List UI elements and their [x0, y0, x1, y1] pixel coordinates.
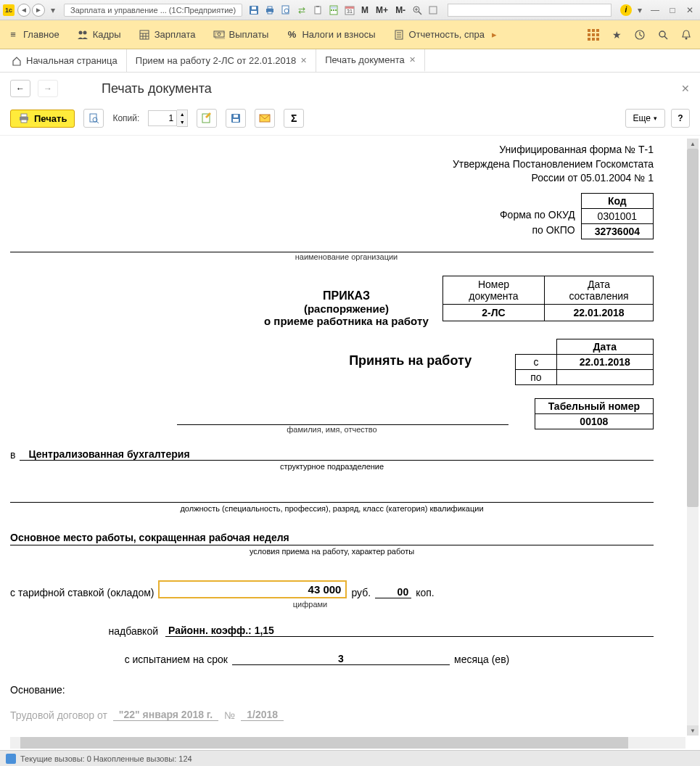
search-input[interactable]	[448, 4, 612, 17]
info-dropdown[interactable]: ▾	[635, 5, 645, 15]
clipboard-icon[interactable]	[312, 4, 324, 16]
history-dropdown[interactable]: ▾	[48, 5, 58, 15]
save-icon[interactable]	[248, 4, 260, 16]
docnum-header: Номер документа	[443, 276, 545, 304]
horizontal-scrollbar[interactable]	[10, 737, 685, 749]
more-button[interactable]: Еще ▾	[625, 109, 665, 128]
page-forward-button[interactable]: →	[38, 80, 58, 97]
svg-rect-43	[21, 120, 27, 123]
svg-line-39	[664, 36, 667, 39]
tab-close-icon[interactable]: ✕	[409, 55, 416, 65]
dept-value: Централизованная бухгалтерия	[20, 448, 654, 461]
tab-home[interactable]: Начальная страница	[3, 49, 127, 72]
document-viewport[interactable]: Унифицированная форма № Т-1 Утверждена П…	[0, 136, 700, 750]
calendar-icon[interactable]: 31	[344, 4, 355, 16]
contract-num: 1/2018	[241, 709, 284, 721]
work-conditions: Основное место работы, сокращенная рабоч…	[10, 532, 654, 545]
nav-back-button[interactable]: ◄	[17, 4, 30, 17]
salary-kop-label: коп.	[416, 587, 435, 598]
position-row	[10, 490, 654, 503]
print-icon[interactable]	[264, 4, 276, 16]
toolbar-hr[interactable]: Кадры	[77, 29, 121, 41]
hscroll-thumb[interactable]	[20, 737, 628, 749]
probation-row: с испытанием на срок 3 месяца (ев)	[10, 653, 654, 665]
link-icon[interactable]	[427, 4, 439, 16]
redacted-text	[39, 490, 104, 501]
scroll-up-arrow[interactable]: ▲	[687, 139, 699, 149]
toolbar-salary[interactable]: Зарплата	[139, 29, 196, 41]
memory-mminus-button[interactable]: M-	[394, 5, 407, 15]
svg-rect-13	[333, 9, 334, 11]
svg-rect-42	[21, 114, 27, 117]
print-button[interactable]: Печать	[10, 110, 75, 128]
work-cond-hint: условия приема на работу, характер работ…	[10, 547, 654, 556]
history-icon[interactable]	[633, 28, 646, 41]
tab-print-doc[interactable]: Печать документа ✕	[316, 49, 425, 72]
copies-input[interactable]	[148, 110, 177, 126]
toolbar-reports[interactable]: Отчетность, спра ▸	[393, 29, 497, 41]
dept-hint: структурное подразделение	[10, 462, 654, 471]
toolbar-label: Налоги и взносы	[302, 29, 375, 40]
minimize-button[interactable]: —	[648, 4, 662, 16]
scroll-down-arrow[interactable]: ▼	[687, 725, 699, 736]
chevron-right-icon: ▸	[492, 29, 497, 40]
scroll-thumb[interactable]	[687, 149, 699, 507]
allowance-row: надбавкой Районн. коэфф.: 1,15	[10, 625, 654, 637]
tab-bar: Начальная страница Прием на работу 2-ЛС …	[0, 49, 700, 73]
status-bar: Текущие вызовы: 0 Накопленные вызовы: 12…	[0, 750, 700, 766]
info-icon[interactable]: i	[620, 4, 632, 16]
toolbar-label: Выплаты	[229, 29, 269, 40]
close-button[interactable]: ✕	[683, 4, 697, 16]
star-icon[interactable]: ★	[610, 28, 623, 41]
salary-rub: руб.	[351, 587, 371, 598]
page-content: ← → Печать документа ✕ Печать Копий: ▲ ▼…	[0, 73, 700, 750]
search-icon[interactable]	[656, 28, 670, 41]
toolbar-main[interactable]: ≡ Главное	[7, 29, 59, 41]
date-from: 22.01.2018	[556, 354, 653, 369]
docdate-value: 22.01.2018	[545, 304, 654, 321]
page-back-button[interactable]: ←	[10, 80, 30, 97]
doc-meta-table: Номер документа Дата составления 2-ЛС 22…	[442, 276, 654, 321]
page-title: Печать документа	[102, 81, 212, 96]
preview-icon[interactable]	[280, 4, 292, 16]
preview-button[interactable]	[83, 109, 104, 128]
toolbar-label: Кадры	[93, 29, 121, 40]
calculator-icon[interactable]	[328, 4, 339, 16]
salary-hint: цифрами	[213, 600, 407, 609]
maximize-button[interactable]: □	[665, 4, 680, 16]
svg-point-24	[83, 30, 86, 34]
calc-icon	[139, 29, 150, 41]
vertical-scrollbar[interactable]: ▲ ▼	[687, 139, 699, 736]
apps-icon[interactable]	[587, 28, 600, 41]
form-header: Унифицированная форма № Т-1 Утверждена П…	[10, 139, 683, 193]
fio-row	[10, 411, 552, 425]
bell-icon[interactable]	[680, 28, 693, 41]
form-approved: Утверждена Постановлением Госкомстата	[10, 157, 654, 172]
sum-button[interactable]: Σ	[284, 109, 304, 128]
tab-close-icon[interactable]: ✕	[300, 56, 307, 65]
money-icon	[213, 29, 225, 41]
toolbar-taxes[interactable]: % Налоги и взносы	[286, 29, 375, 41]
svg-rect-1	[251, 11, 257, 14]
help-button[interactable]: ?	[671, 109, 690, 128]
accept-row: Принять на работу Дата с22.01.2018 по	[10, 339, 683, 385]
tabel-header: Табельный номер	[535, 398, 653, 413]
edit-button[interactable]	[197, 109, 217, 128]
memory-m-button[interactable]: M	[360, 5, 370, 15]
date-to-label: по	[516, 369, 556, 384]
allowance-value: Районн. коэфф.: 1,15	[165, 625, 654, 637]
nav-forward-button[interactable]: ►	[32, 4, 45, 17]
memory-mplus-button[interactable]: M+	[374, 5, 390, 15]
page-close-button[interactable]: ✕	[681, 83, 690, 94]
tab-hire-doc[interactable]: Прием на работу 2-ЛС от 22.01.2018 ✕	[127, 49, 316, 72]
email-button[interactable]	[255, 109, 275, 128]
date-header: Дата	[556, 339, 653, 354]
spinner-down[interactable]: ▼	[177, 118, 187, 126]
compare-icon[interactable]: ⇄	[296, 4, 308, 16]
zoom-icon[interactable]	[411, 4, 423, 16]
save-button[interactable]	[226, 109, 246, 128]
spinner-up[interactable]: ▲	[177, 110, 187, 118]
toolbar-payments[interactable]: Выплаты	[213, 29, 269, 41]
salary-value[interactable]: 43 000	[158, 580, 347, 598]
svg-rect-11	[331, 7, 337, 9]
